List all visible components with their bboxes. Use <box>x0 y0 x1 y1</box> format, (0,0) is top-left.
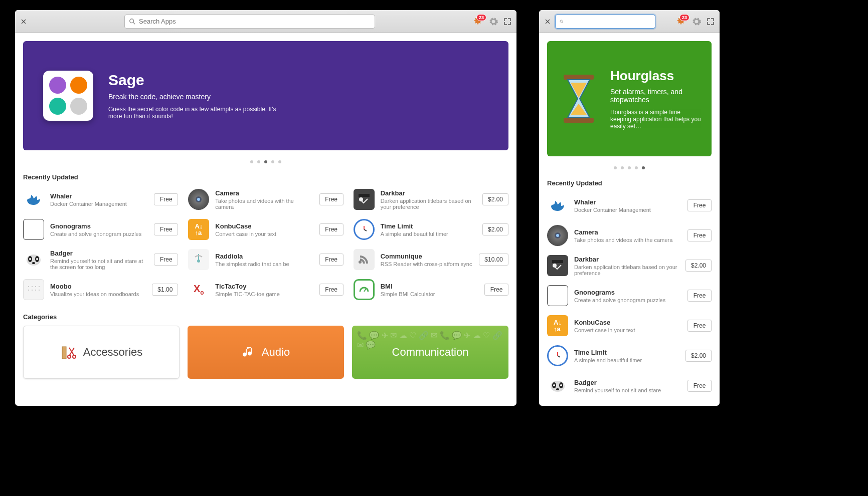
search-field[interactable] <box>555 15 655 29</box>
svg-point-8 <box>29 258 31 260</box>
price-button[interactable]: Free <box>687 380 712 392</box>
app-info: BadgerRemind yourself to not sit and sta… <box>574 379 681 393</box>
appcenter-window-narrow: 23 Hourglass Set alarms, timers, and sto… <box>539 10 720 406</box>
maximize-button[interactable] <box>707 18 715 26</box>
featured-description: Hourglass is a simple time keeping appli… <box>610 109 703 130</box>
featured-banner[interactable]: Sage Break the code, achieve mastery Gue… <box>23 41 508 150</box>
app-description: Docker Container Management <box>574 207 681 213</box>
app-info: BadgerRemind yourself to not sit and sta… <box>50 250 148 270</box>
svg-point-4 <box>359 197 363 201</box>
carousel-dots[interactable] <box>23 160 508 163</box>
price-button[interactable]: Free <box>687 199 712 211</box>
carousel-dot[interactable] <box>628 166 631 169</box>
svg-point-28 <box>556 234 559 237</box>
price-button[interactable]: Free <box>687 229 712 241</box>
app-icon <box>188 189 209 210</box>
carousel-dot[interactable] <box>642 166 645 169</box>
settings-button[interactable] <box>691 17 702 27</box>
price-button[interactable]: Free <box>319 284 343 296</box>
price-button[interactable]: Free <box>319 193 343 205</box>
app-row[interactable]: GnonogramsCreate and solve gnonogram puz… <box>23 216 178 243</box>
carousel-dot[interactable] <box>271 160 274 163</box>
app-name: TicTacToy <box>215 283 313 290</box>
app-row[interactable]: WhalerDocker Container ManagementFree <box>547 192 712 219</box>
close-button[interactable] <box>544 18 551 25</box>
price-button[interactable]: Free <box>484 284 508 296</box>
app-description: Remind yourself to not sit and stare at … <box>50 258 148 270</box>
app-description: Convert case in your text <box>574 327 681 333</box>
app-row[interactable]: BadgerRemind yourself to not sit and sta… <box>547 372 712 399</box>
svg-rect-21 <box>62 347 66 359</box>
app-row[interactable]: CameraTake photos and videos with the ca… <box>188 186 343 213</box>
category-card[interactable]: 📞 💬 ✈ ✉ ☁ ♡ 🔗 ✉ 📞 💬 ✈ ☁ ♡ 🔗 ✉ 💬Communica… <box>352 326 508 379</box>
app-row[interactable]: DarkbarDarken application titlebars base… <box>547 252 712 279</box>
featured-description: Guess the secret color code in as few at… <box>108 106 279 120</box>
section-heading-categories: Categories <box>23 313 508 321</box>
price-button[interactable]: Free <box>154 254 178 266</box>
app-row[interactable]: CommuniqueRSS Reader with cross-platform… <box>354 246 508 273</box>
titlebar: 23 <box>15 10 516 33</box>
price-button[interactable]: Free <box>319 223 343 235</box>
app-name: Camera <box>215 189 313 197</box>
price-button[interactable]: $1.00 <box>152 284 178 296</box>
search-input[interactable] <box>139 18 371 25</box>
settings-button[interactable] <box>488 17 498 27</box>
carousel-dot[interactable] <box>614 166 617 169</box>
app-icon <box>547 195 568 216</box>
search-icon <box>560 18 564 25</box>
price-button[interactable]: Free <box>319 254 343 266</box>
maximize-button[interactable] <box>503 18 511 26</box>
app-row[interactable]: WhalerDocker Container ManagementFree <box>23 186 178 213</box>
app-name: Gnonograms <box>50 222 148 230</box>
carousel-dot[interactable] <box>264 160 267 163</box>
svg-point-9 <box>36 258 38 260</box>
updates-button[interactable]: 23 <box>472 16 483 27</box>
app-description: The simplest radio that can be <box>215 261 313 267</box>
price-button[interactable]: Free <box>154 223 178 235</box>
carousel-dot[interactable] <box>635 166 638 169</box>
carousel-dot[interactable] <box>250 160 253 163</box>
featured-banner[interactable]: Hourglass Set alarms, timers, and stopwa… <box>547 41 712 156</box>
price-button[interactable]: Free <box>687 320 712 332</box>
price-button[interactable]: $2.00 <box>685 260 712 272</box>
app-description: Create and solve gnonogram puzzles <box>574 297 681 303</box>
price-button[interactable]: $10.00 <box>479 254 508 266</box>
main-content: Hourglass Set alarms, timers, and stopwa… <box>539 33 720 406</box>
app-description: Darken application titlebars based on yo… <box>574 264 679 276</box>
carousel-dot[interactable] <box>278 160 281 163</box>
app-row[interactable]: Time LimitA simple and beautiful timer$2… <box>354 216 508 243</box>
app-row[interactable]: Time LimitA simple and beautiful timer$2… <box>547 342 712 369</box>
carousel-dot[interactable] <box>257 160 260 163</box>
price-button[interactable]: $2.00 <box>482 223 508 235</box>
search-field[interactable] <box>124 15 375 29</box>
category-label: Communication <box>392 346 469 359</box>
svg-point-35 <box>560 384 562 386</box>
recent-apps-grid: WhalerDocker Container ManagementFreeCam… <box>23 186 508 303</box>
app-info: CommuniqueRSS Reader with cross-platform… <box>381 253 473 267</box>
svg-point-10 <box>32 262 35 264</box>
app-row[interactable]: XoTicTacToySimple TIC-TAC-toe gameFree <box>188 276 343 303</box>
price-button[interactable]: $2.00 <box>685 350 712 362</box>
app-row[interactable]: DarkbarDarken application titlebars base… <box>354 186 508 213</box>
carousel-dots[interactable] <box>547 166 712 169</box>
price-button[interactable]: $2.00 <box>482 193 508 205</box>
price-button[interactable]: Free <box>687 290 712 302</box>
app-name: Moobo <box>50 283 146 290</box>
app-row[interactable]: BadgerRemind yourself to not sit and sta… <box>23 246 178 273</box>
close-button[interactable] <box>20 18 27 25</box>
category-card[interactable]: Accessories <box>23 326 180 379</box>
app-row[interactable]: BMISimple BMI CalculatorFree <box>354 276 508 303</box>
app-row[interactable]: CameraTake photos and videos with the ca… <box>547 222 712 249</box>
app-row[interactable]: A↓↑aKonbuCaseConvert case in your textFr… <box>188 216 343 243</box>
category-card[interactable]: Audio <box>188 326 344 379</box>
svg-point-30 <box>553 264 557 268</box>
app-row[interactable]: GnonogramsCreate and solve gnonogram puz… <box>547 282 712 309</box>
app-row[interactable]: A↓↑aKonbuCaseConvert case in your textFr… <box>547 312 712 339</box>
search-input[interactable] <box>567 18 651 25</box>
app-row[interactable]: MooboVisualize your ideas on moodboards$… <box>23 276 178 303</box>
price-button[interactable]: Free <box>154 193 178 205</box>
updates-button[interactable]: 23 <box>675 16 686 27</box>
app-name: Darkbar <box>381 189 476 197</box>
app-row[interactable]: RaddiolaThe simplest radio that can beFr… <box>188 246 343 273</box>
carousel-dot[interactable] <box>621 166 624 169</box>
